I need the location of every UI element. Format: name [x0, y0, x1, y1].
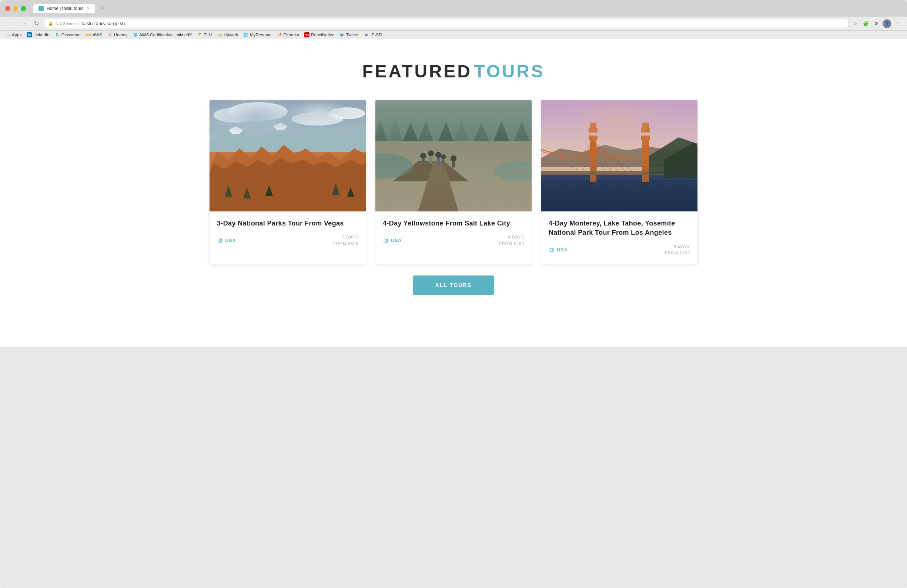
bookmark-aws[interactable]: AWS AWS: [86, 32, 102, 37]
bookmark-udemy[interactable]: U Udemy: [107, 32, 127, 37]
bookmark-linkedin[interactable]: in LinkedIn: [27, 32, 49, 37]
svg-marker-24: [438, 122, 454, 141]
bookmark-tlu[interactable]: T TLU: [197, 32, 212, 37]
nav-bar: ← → ↻ 🔒 Not Secure | taislu-tours.surge.…: [0, 17, 907, 30]
address-bar[interactable]: 🔒 Not Secure | taislu-tours.surge.sh: [44, 19, 849, 28]
bookmark-glassdoor-label: Glassdoor: [61, 33, 81, 37]
svg-point-40: [435, 152, 441, 158]
tour-days-yellowstone: 4 DAYS: [499, 234, 524, 241]
refresh-button[interactable]: ↻: [32, 19, 41, 28]
bookmark-upwork-label: Upwork: [224, 33, 238, 37]
bookmark-upwork[interactable]: Up Upwork: [217, 32, 238, 37]
tour-meta-yellowstone: USA 4 DAYS FROM $499: [383, 234, 524, 247]
tour-card-monterey[interactable]: 4-Day Monterey, Lake Tahoe, Yosemite Nat…: [541, 100, 698, 264]
bookmark-iesd[interactable]: IE IE-SD: [364, 32, 382, 37]
new-tab-button[interactable]: +: [98, 4, 108, 13]
svg-marker-47: [541, 145, 697, 167]
bookmarks-bar: ⊞ Apps in LinkedIn G Glassdoor AWS AWS U…: [0, 30, 907, 39]
tour-location-text-yellowstone: USA: [391, 238, 402, 243]
svg-rect-0: [210, 100, 366, 211]
tour-location-text-monterey: USA: [557, 247, 567, 253]
tab-favicon: [38, 6, 44, 11]
bookmark-aws-label: AWS: [93, 33, 102, 37]
apps-icon: ⊞: [5, 32, 10, 37]
bookmark-edureka[interactable]: e! Edureka: [277, 32, 299, 37]
tour-price-monterey: 4 DAYS FROM $399: [665, 243, 690, 256]
tour-location-monterey: USA: [549, 247, 567, 253]
tab-close-button[interactable]: ✕: [87, 6, 90, 11]
profile-icon[interactable]: 👤: [883, 19, 891, 28]
tour-info-yellowstone: 4-Day Yellowstone From Salt Lake City US…: [375, 211, 532, 255]
svg-marker-10: [210, 158, 366, 211]
back-button[interactable]: ←: [5, 19, 16, 28]
svg-point-2: [228, 102, 288, 121]
tour-card-vegas[interactable]: 3-Day National Parks Tour From Vegas USA…: [209, 100, 366, 264]
svg-rect-52: [589, 128, 598, 133]
menu-icon[interactable]: ⋮: [894, 19, 902, 28]
settings-icon[interactable]: ⚙: [872, 19, 880, 28]
url-separator: |: [78, 21, 79, 26]
svg-line-61: [593, 141, 597, 173]
tour-price-amount-yellowstone: FROM $499: [499, 241, 524, 247]
tour-days-vegas: 3 DAYS: [333, 234, 358, 241]
tour-days-monterey: 4 DAYS: [665, 243, 690, 250]
svg-point-1: [214, 108, 258, 123]
svg-marker-23: [418, 121, 434, 141]
browser-frame: Home | taislu tours ✕ + ← → ↻ 🔒 Not Secu…: [0, 0, 907, 588]
featured-title-text: FEATURED: [362, 61, 472, 81]
bookmark-myresume[interactable]: 🌐 MyResume: [243, 32, 271, 37]
bookmark-apps[interactable]: ⊞ Apps: [5, 32, 21, 37]
svg-point-34: [375, 153, 413, 178]
map-icon-yellowstone: [383, 238, 389, 244]
svg-rect-37: [421, 159, 425, 165]
bookmark-edx[interactable]: edX edX: [178, 32, 192, 37]
forward-button[interactable]: →: [19, 19, 29, 28]
svg-rect-49: [541, 175, 697, 180]
svg-rect-54: [641, 136, 650, 140]
svg-rect-16: [375, 100, 532, 211]
svg-rect-57: [642, 123, 649, 130]
aws-cert-icon: 🌐: [133, 32, 138, 37]
not-secure-label: Not Secure: [56, 21, 76, 26]
close-button[interactable]: [5, 6, 10, 11]
upwork-icon: Up: [217, 32, 222, 37]
svg-line-58: [567, 141, 593, 173]
tlu-icon: T: [197, 32, 202, 37]
tour-image-bryce: [210, 100, 366, 211]
bookmark-glassdoor[interactable]: G Glassdoor: [55, 32, 81, 37]
bookmark-star-icon[interactable]: ☆: [851, 19, 860, 28]
svg-marker-13: [266, 185, 273, 196]
tour-title-monterey: 4-Day Monterey, Lake Tahoe, Yosemite Nat…: [549, 219, 690, 237]
tour-price-amount-vegas: FROM $399: [333, 241, 358, 247]
bookmark-edureka-label: Edureka: [283, 33, 299, 37]
aws-icon: AWS: [86, 32, 91, 37]
bookmark-linkedin-label: LinkedIn: [33, 33, 49, 37]
active-tab[interactable]: Home | taislu tours ✕: [33, 4, 95, 13]
linkedin-icon: in: [27, 32, 32, 37]
svg-marker-12: [243, 187, 251, 199]
tour-location-text-vegas: USA: [225, 238, 236, 243]
iesd-icon: IE: [364, 32, 369, 37]
bookmark-reactnative-label: ReactNative: [311, 33, 334, 37]
svg-marker-33: [418, 161, 459, 211]
minimize-button[interactable]: [13, 6, 18, 11]
bookmark-aws-cert[interactable]: 🌐 AWS Certification: [133, 32, 173, 37]
svg-marker-14: [332, 184, 340, 195]
maximize-button[interactable]: [21, 6, 26, 11]
svg-point-35: [494, 161, 532, 181]
bookmark-iesd-label: IE-SD: [370, 33, 382, 37]
bookmark-myresume-label: MyResume: [250, 33, 271, 37]
bookmark-reactnative[interactable]: PDF ReactNative: [304, 32, 334, 37]
extensions-icon[interactable]: 🧩: [862, 19, 870, 28]
svg-line-63: [593, 141, 612, 173]
tour-card-yellowstone[interactable]: 4-Day Yellowstone From Salt Lake City US…: [375, 100, 532, 264]
svg-line-65: [593, 141, 627, 173]
svg-marker-25: [454, 120, 469, 141]
svg-rect-48: [541, 175, 697, 211]
svg-marker-68: [649, 137, 697, 175]
bookmark-twitter[interactable]: 🐦 Twitter: [340, 32, 359, 37]
svg-line-64: [593, 141, 619, 173]
all-tours-button[interactable]: ALL TOURS: [413, 276, 494, 295]
svg-rect-8: [210, 152, 366, 211]
svg-marker-20: [375, 122, 388, 141]
